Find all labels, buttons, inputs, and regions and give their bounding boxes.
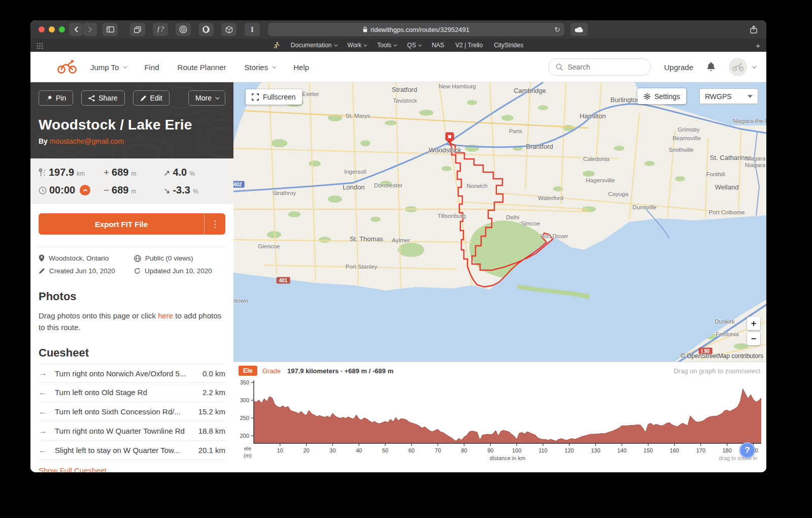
url-text: ridewithgps.com/routes/32952491 — [370, 26, 469, 34]
ridewithgps-logo[interactable] — [57, 59, 77, 76]
sidebar-toggle-button[interactable] — [103, 23, 118, 36]
extension-box-button[interactable] — [221, 23, 236, 36]
nav-link-help[interactable]: Help — [293, 63, 309, 72]
divider — [39, 247, 225, 247]
forward-button[interactable] — [83, 23, 97, 36]
map-zoom-in-button[interactable]: + — [747, 317, 760, 330]
y-axis-title-line1: ele — [244, 445, 252, 451]
bookmark-label: CityStrides — [494, 42, 523, 49]
cuesheet-row[interactable]: →Turn right onto Norwich Ave/Oxford 5...… — [39, 364, 225, 383]
add-photos-link[interactable]: here — [158, 311, 173, 320]
avatar[interactable] — [729, 58, 747, 76]
browser-window: ƒ? I ridewithgps.com/routes/32952491 ↻ — [30, 20, 766, 472]
upgrade-link[interactable]: Upgrade — [664, 63, 693, 72]
route-map[interactable]: ExeterStratfordNew HamburgTavistockCambr… — [233, 82, 766, 362]
stat-time: 00:00 — [39, 184, 104, 196]
cue-instruction: Slight left to stay on W Quarter Tow... — [55, 446, 193, 455]
route-meta: Woodstock, OntarioPublic (0 views)Create… — [39, 254, 225, 275]
route-header: Pin Share Edit More Woodstock / — [30, 82, 233, 158]
map-zoom-out-button[interactable]: − — [747, 332, 760, 345]
grade-up-value: 4.0 — [173, 167, 187, 178]
duckduckgo-button[interactable] — [198, 23, 214, 36]
nav-link-stories[interactable]: Stories — [245, 63, 276, 72]
export-fit-button[interactable]: Export FIT File ⋮ — [39, 213, 225, 235]
chevron-right-icon — [88, 26, 93, 33]
nav-link-find[interactable]: Find — [144, 63, 159, 72]
onepassword-button[interactable] — [176, 23, 191, 36]
close-window-button[interactable] — [39, 26, 45, 33]
edit-route-button[interactable]: Edit — [133, 90, 170, 106]
y-tick-label: 250 — [240, 415, 249, 421]
account-menu-chevron[interactable] — [752, 64, 756, 68]
search-input[interactable] — [567, 63, 638, 71]
url-field[interactable]: ridewithgps.com/routes/32952491 ↻ — [268, 23, 564, 36]
cue-distance: 2.2 km — [193, 388, 225, 397]
x-tick-label: 110 — [538, 447, 548, 454]
edit-label: Edit — [150, 94, 162, 102]
share-route-button[interactable]: Share — [81, 90, 124, 106]
new-bookmark-button[interactable]: + — [756, 41, 760, 50]
meta-location: Woodstock, Ontario — [39, 254, 130, 262]
stat-min-grade: ↘ -3.3 % — [163, 184, 225, 196]
nav-link-route-planner[interactable]: Route Planner — [178, 63, 226, 72]
nav-link-label: Find — [144, 63, 159, 72]
copy-pages-icon — [134, 26, 141, 33]
osm-attribution[interactable]: © OpenStreetMap contributors — [681, 352, 763, 360]
fullscreen-label: Fullscreen — [263, 93, 296, 101]
bookmark-item[interactable]: Tools — [377, 42, 396, 49]
help-button[interactable]: ? — [739, 442, 755, 458]
export-options-button[interactable]: ⋮ — [204, 213, 225, 235]
location-icon — [39, 254, 45, 262]
minimize-window-button[interactable] — [49, 26, 55, 33]
cuesheet-row[interactable]: →Turn right onto W Quarter Townline Rd18… — [39, 422, 225, 441]
stat-distance: 197.9 km — [39, 167, 104, 178]
time-value: 00:00 — [49, 184, 75, 196]
bookmark-item[interactable]: Work — [348, 42, 366, 49]
notifications-button[interactable] — [706, 62, 716, 72]
elevation-chart[interactable]: 2002503003501020304050607080901001101201… — [233, 362, 766, 472]
bookmark-label: Tools — [377, 42, 391, 49]
show-full-cuesheet-link[interactable]: Show Full Cuesheet — [39, 466, 107, 472]
map-settings-button[interactable]: Settings — [637, 88, 686, 104]
cuesheet-list: →Turn right onto Norwich Ave/Oxford 5...… — [39, 364, 225, 460]
bookmark-items: DocumentationWorkToolsQSNASV2 | TrelloCi… — [30, 42, 766, 49]
chevron-left-icon — [74, 26, 79, 33]
chevron-down-icon — [394, 43, 397, 46]
fullscreen-button[interactable]: Fullscreen — [246, 89, 302, 105]
instapaper-button[interactable]: I — [245, 23, 260, 36]
basemap-select[interactable]: RWGPS — [699, 88, 758, 104]
search-box[interactable] — [548, 58, 651, 76]
userscripts-button[interactable]: ƒ? — [153, 23, 168, 36]
icloud-tabs-button[interactable] — [570, 23, 588, 36]
expand-time-button[interactable] — [80, 185, 90, 196]
bookmark-label: QS — [407, 42, 416, 49]
bookmarks-bar: DocumentationWorkToolsQSNASV2 | TrelloCi… — [30, 39, 766, 52]
reload-button[interactable]: ↻ — [554, 25, 560, 34]
bookmark-item[interactable]: NAS — [432, 42, 445, 49]
meta-text: Created Jun 10, 2020 — [49, 267, 115, 275]
cuesheet-row[interactable]: ←Slight left to stay on W Quarter Tow...… — [39, 441, 225, 460]
chevron-down-icon — [364, 43, 367, 46]
x-tick-label: 180 — [722, 447, 731, 454]
author-link[interactable]: moustache@gmail.com — [50, 137, 124, 145]
zoom-window-button[interactable] — [59, 26, 65, 33]
cue-distance: 15.2 km — [193, 407, 225, 416]
more-menu-button[interactable]: More — [188, 90, 225, 106]
cuesheet-row[interactable]: ←Turn left onto Old Stage Rd2.2 km — [39, 383, 225, 402]
route-distance-icon — [39, 168, 46, 177]
bookmark-item[interactable]: Documentation — [291, 42, 336, 49]
nav-link-jump-to[interactable]: Jump To — [90, 63, 126, 72]
cuesheet-row[interactable]: ←Turn left onto Sixth Concession Rd/...1… — [39, 402, 225, 422]
tab-overview-button[interactable] — [130, 23, 145, 36]
share-button[interactable] — [746, 23, 761, 36]
elevation-area — [254, 389, 761, 443]
cue-distance: 18.8 km — [193, 427, 225, 435]
back-button[interactable] — [69, 23, 83, 36]
pin-button[interactable]: Pin — [39, 90, 73, 106]
x-tick-label: 140 — [617, 447, 626, 454]
bookmark-item[interactable]: V2 | Trello — [455, 42, 483, 49]
bookmark-item[interactable]: CityStrides — [494, 42, 523, 49]
bookmark-item[interactable]: QS — [407, 42, 420, 49]
route-sidebar: Pin Share Edit More Woodstock / — [30, 82, 233, 472]
cue-instruction: Turn right onto Norwich Ave/Oxford 5... — [55, 369, 193, 378]
